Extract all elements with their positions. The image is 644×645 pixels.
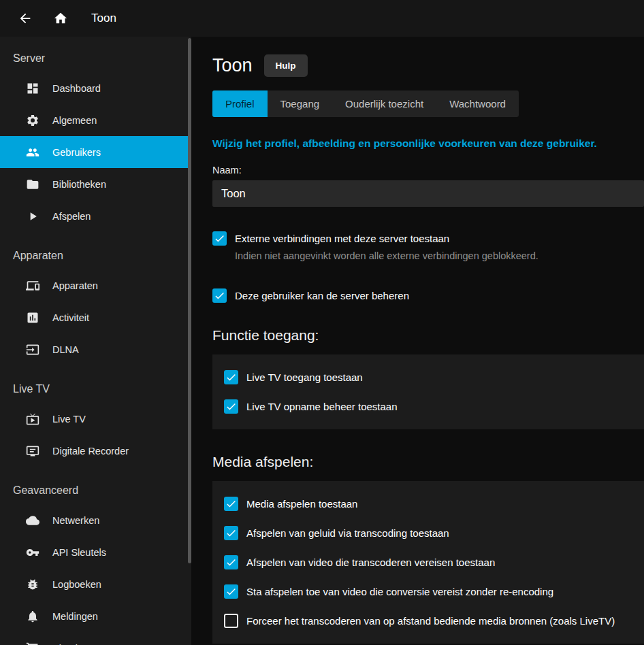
checkbox-row-live-tv-toegang-toestaan[interactable]: Live TV toegang toestaan [224,363,632,392]
bug-icon [26,578,39,591]
sidebar-item-dashboard[interactable]: Dashboard [0,72,191,104]
sidebar: ServerDashboardAlgemeenGebruikersBibliot… [0,37,191,645]
sidebar-item-plug-ins[interactable]: Plug-ins [0,632,191,645]
checkbox-row-forceer-het-transcoderen-van-op-afstand-bediende-media-bronnen-zoals-livetv[interactable]: Forceer het transcoderen van op afstand … [224,606,632,635]
topbar-title: Toon [91,12,116,25]
sidebar-section-header-server: Server [0,37,191,72]
checkbox-label: Externe verbindingen met deze server toe… [235,233,449,244]
sidebar-item-algemeen[interactable]: Algemeen [0,104,191,136]
profile-description: Wijzig het profiel, afbeelding en persoo… [212,137,644,150]
checkbox-row-sta-afspelen-toe-van-video-die-conversie-vereist-zonder-re-encoding[interactable]: Sta afspelen toe van video die conversie… [224,577,632,606]
checkbox-row-externe-verbindingen-met-deze-server-toestaan[interactable]: Externe verbindingen met deze server toe… [212,231,644,246]
sidebar-item-label: Afspelen [52,211,91,222]
sidebar-item-label: API Sleutels [52,547,106,558]
sidebar-item-label: Dashboard [52,83,101,94]
home-icon[interactable] [53,11,68,26]
sidebar-item-label: Plug-ins [52,643,88,645]
sidebar-scrollbar[interactable] [188,38,191,563]
checkbox-label: Afspelen van video die transcoderen vere… [246,557,495,568]
sidebar-item-label: Live TV [52,414,86,425]
checkbox-group: Afspelen van video die transcoderen vere… [224,548,632,577]
sidebar-item-label: Algemeen [52,115,97,126]
help-button[interactable]: Hulp [264,54,308,77]
checkbox-row-afspelen-van-video-die-transcoderen-vereisen-toestaan[interactable]: Afspelen van video die transcoderen vere… [224,548,632,577]
checkbox-row-deze-gebruiker-kan-de-server-beheren[interactable]: Deze gebruiker kan de server beheren [212,288,644,303]
dvr-icon [26,444,39,458]
bell-icon [26,610,39,623]
users-icon [26,146,39,159]
tab-strip: ProfielToegangOuderlijk toezichtWachtwoo… [212,90,519,117]
checkbox-unchecked[interactable] [224,614,238,628]
topbar: Toon [0,0,644,37]
checkbox-label: Deze gebruiker kan de server beheren [235,290,409,301]
sidebar-item-digitale-recorder[interactable]: Digitale Recorder [0,435,191,467]
back-icon[interactable] [18,11,33,26]
checkbox-label: Live TV toegang toestaan [246,371,363,383]
checkbox-group: Externe verbindingen met deze server toe… [212,231,644,261]
sidebar-item-bibliotheken[interactable]: Bibliotheken [0,168,191,200]
sidebar-item-apparaten[interactable]: Apparaten [0,269,191,301]
tab-toegang[interactable]: Toegang [268,90,333,117]
tab-profiel[interactable]: Profiel [212,90,268,117]
checkbox-panel-functie-toegang: Live TV toegang toestaanLive TV opname b… [212,354,644,429]
sidebar-item-api-sleutels[interactable]: API Sleutels [0,536,191,568]
feature-sections: Functie toegang:Live TV toegang toestaan… [212,327,644,644]
sidebar-item-label: Meldingen [52,611,98,622]
title-row: Toon Hulp [212,54,644,77]
sidebar-item-label: Digitale Recorder [52,446,129,457]
sidebar-item-activiteit[interactable]: Activiteit [0,301,191,333]
sidebar-item-label: Logboeken [52,579,101,590]
checkbox-row-afspelen-van-geluid-via-transcoding-toestaan[interactable]: Afspelen van geluid via transcoding toes… [224,518,632,548]
checkbox-label: Sta afspelen toe van video die conversie… [246,586,553,597]
sidebar-item-gebruikers[interactable]: Gebruikers [0,136,191,168]
checkbox-checked[interactable] [224,526,238,540]
sidebar-item-netwerken[interactable]: Netwerken [0,504,191,536]
dlna-icon [26,343,39,357]
name-label: Naam: [212,165,644,176]
activity-icon [26,311,39,325]
sidebar-item-meldingen[interactable]: Meldingen [0,600,191,632]
tab-wachtwoord[interactable]: Wachtwoord [436,90,519,117]
play-icon [26,210,39,223]
sidebar-item-logboeken[interactable]: Logboeken [0,568,191,600]
checkbox-checked[interactable] [224,584,238,599]
tab-ouderlijk-toezicht[interactable]: Ouderlijk toezicht [332,90,436,117]
section-heading-media-afspelen: Media afspelen: [212,454,644,470]
gear-icon [26,114,39,127]
sidebar-item-label: Gebruikers [52,147,101,158]
checkbox-checked[interactable] [224,497,238,511]
sidebar-item-live-tv[interactable]: Live TV [0,403,191,435]
checkbox-checked[interactable] [224,399,238,414]
sidebar-item-label: Bibliotheken [52,179,106,190]
checkbox-subtext: Indien niet aangevinkt worden alle exter… [235,250,644,261]
page-title: Toon [212,55,253,76]
checkbox-label: Live TV opname beheer toestaan [246,401,398,412]
checkbox-row-live-tv-opname-beheer-toestaan[interactable]: Live TV opname beheer toestaan [224,392,632,421]
checkbox-checked[interactable] [224,370,238,384]
livetv-icon [26,412,39,426]
checkbox-group: Live TV opname beheer toestaan [224,392,632,421]
checkbox-group: Afspelen van geluid via transcoding toes… [224,518,632,548]
sidebar-item-label: DLNA [52,344,79,355]
cloud-icon [26,514,39,527]
checkbox-label: Afspelen van geluid via transcoding toes… [246,527,449,539]
name-input[interactable] [212,180,644,207]
checkbox-row-media-afspelen-toestaan[interactable]: Media afspelen toestaan [224,489,632,518]
sidebar-section-header-live-tv: Live TV [0,365,191,403]
sidebar-section-header-apparaten: Apparaten [0,232,191,269]
cart-icon [26,642,39,645]
checkbox-group: Deze gebruiker kan de server beheren [212,288,644,303]
sidebar-item-label: Netwerken [52,515,99,526]
checkbox-checked[interactable] [224,555,238,569]
dashboard-icon [26,82,39,95]
checkbox-checked[interactable] [212,231,227,246]
checkbox-group: Live TV toegang toestaan [224,363,632,392]
checkbox-group: Forceer het transcoderen van op afstand … [224,606,632,635]
top-checkbox-list: Externe verbindingen met deze server toe… [212,231,644,303]
sidebar-item-afspelen[interactable]: Afspelen [0,200,191,232]
sidebar-item-label: Activiteit [52,312,89,323]
sidebar-item-label: Apparaten [52,280,98,291]
checkbox-checked[interactable] [212,288,227,303]
folder-icon [26,178,39,191]
sidebar-item-dlna[interactable]: DLNA [0,333,191,365]
